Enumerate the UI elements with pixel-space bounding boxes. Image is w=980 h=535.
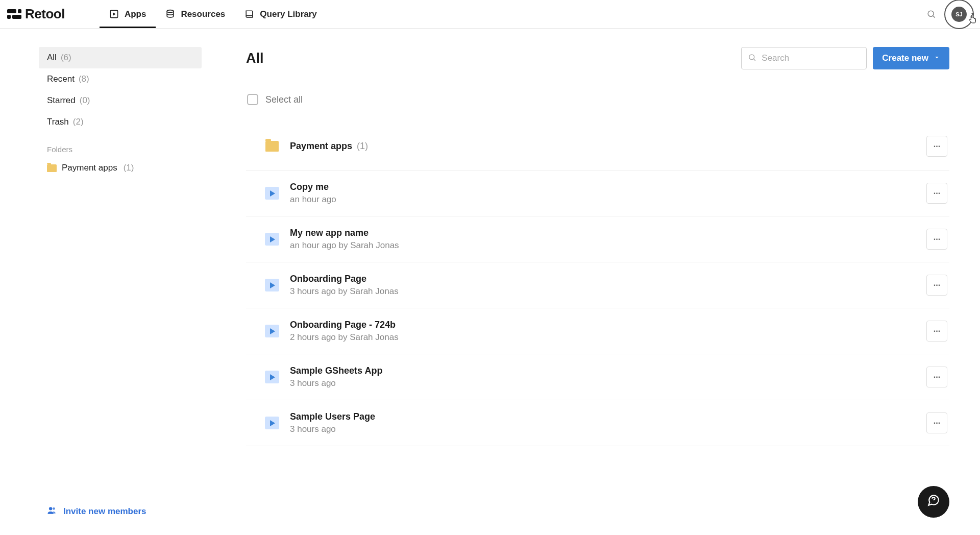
list-item-app[interactable]: My new app name an hour ago by Sarah Jon… (246, 216, 949, 262)
app-icon (265, 325, 279, 337)
svg-point-5 (749, 54, 754, 59)
avatar-initials: SJ (955, 11, 962, 17)
list-item-app[interactable]: Sample GSheets App 3 hours ago ··· (246, 354, 949, 400)
sidebar-folder-payment-apps[interactable]: Payment apps (1) (39, 158, 202, 178)
app-icon (265, 417, 279, 429)
item-name: Payment apps (290, 141, 352, 151)
item-name: Copy me (290, 182, 329, 192)
select-all-checkbox[interactable] (247, 94, 258, 105)
sidebar-filter-count: (0) (80, 95, 90, 106)
item-more-button[interactable]: ··· (926, 367, 947, 387)
users-icon (47, 505, 57, 518)
item-name: Onboarding Page - 724b (290, 320, 396, 330)
item-name: Sample GSheets App (290, 366, 382, 376)
sidebar-filter-starred[interactable]: Starred (0) (39, 90, 202, 111)
sidebar: All (6) Recent (8) Starred (0) Trash (2)… (0, 29, 240, 535)
svg-point-1 (167, 10, 174, 13)
item-more-button[interactable]: ··· (926, 275, 947, 296)
search-icon (748, 53, 756, 64)
sidebar-filter-label: All (47, 53, 57, 63)
sidebar-filter-trash[interactable]: Trash (2) (39, 111, 202, 133)
create-new-button[interactable]: Create new (873, 47, 949, 69)
main-content: All Create new Select all (240, 29, 980, 535)
app-icon (265, 371, 279, 383)
sidebar-filter-label: Trash (47, 117, 69, 127)
sidebar-filter-count: (6) (61, 53, 71, 63)
item-sub: 2 hours ago by Sarah Jonas (290, 332, 399, 343)
avatar: SJ (951, 7, 967, 22)
nav-resources-label: Resources (181, 9, 225, 19)
search-input[interactable] (762, 53, 860, 63)
help-button[interactable] (918, 486, 949, 518)
logo-text: Retool (25, 6, 65, 22)
invite-members-label: Invite new members (63, 506, 146, 517)
list-item-app[interactable]: Onboarding Page - 724b 2 hours ago by Sa… (246, 308, 949, 354)
item-name: My new app name (290, 228, 369, 238)
nav-items: Apps Resources Query Library (100, 0, 327, 28)
help-icon (927, 494, 940, 510)
item-count: (1) (357, 141, 368, 151)
folder-icon (47, 164, 57, 172)
sidebar-filter-label: Starred (47, 95, 76, 106)
nav-apps[interactable]: Apps (100, 0, 156, 28)
folder-icon (265, 141, 279, 152)
nav-resources[interactable]: Resources (156, 0, 235, 28)
sidebar-filter-count: (8) (79, 74, 89, 84)
app-icon (265, 187, 279, 200)
sidebar-filter-label: Recent (47, 74, 75, 84)
invite-members-button[interactable]: Invite new members (39, 500, 202, 523)
item-sub: 3 hours ago (290, 424, 375, 434)
create-new-label: Create new (882, 53, 928, 63)
item-name: Onboarding Page (290, 274, 366, 284)
svg-point-4 (53, 507, 55, 510)
select-all[interactable]: Select all (246, 94, 949, 105)
item-more-button[interactable]: ··· (926, 136, 947, 157)
sidebar-folders-heading: Folders (39, 133, 202, 158)
nav-query-library-label: Query Library (260, 9, 317, 19)
item-sub: 3 hours ago (290, 378, 382, 388)
item-more-button[interactable]: ··· (926, 229, 947, 250)
item-name: Sample Users Page (290, 411, 375, 422)
logo[interactable]: Retool (7, 6, 65, 22)
nav-right: SJ ▾ (926, 0, 974, 29)
chevron-down-icon (934, 53, 940, 63)
page-title: All (246, 51, 264, 66)
svg-point-2 (928, 11, 934, 16)
user-menu[interactable]: SJ ▾ (944, 0, 974, 29)
list-item-app[interactable]: Copy me an hour ago ··· (246, 171, 949, 216)
item-more-button[interactable]: ··· (926, 412, 947, 433)
list-item-app[interactable]: Sample Users Page 3 hours ago ··· (246, 400, 949, 446)
select-all-label: Select all (265, 94, 303, 105)
list-item-app[interactable]: Onboarding Page 3 hours ago by Sarah Jon… (246, 262, 949, 308)
nav-query-library[interactable]: Query Library (235, 0, 327, 28)
item-sub: an hour ago (290, 194, 336, 205)
search-box[interactable] (741, 47, 867, 69)
database-icon (165, 9, 175, 19)
item-list: Payment apps (1) ··· Copy me an hour ago… (246, 123, 949, 446)
nav-apps-label: Apps (125, 9, 146, 19)
cursor-hand-icon (968, 14, 978, 27)
sidebar-filter-all[interactable]: All (6) (39, 47, 202, 68)
svg-point-3 (49, 507, 52, 510)
item-more-button[interactable]: ··· (926, 321, 947, 342)
sidebar-folder-label: Payment apps (62, 163, 117, 173)
global-search-button[interactable] (926, 9, 936, 19)
sidebar-filter-recent[interactable]: Recent (8) (39, 68, 202, 90)
app-icon (265, 279, 279, 291)
logo-mark-icon (7, 9, 21, 19)
apps-icon (109, 9, 119, 19)
sidebar-folder-count: (1) (124, 163, 134, 173)
item-sub: 3 hours ago by Sarah Jonas (290, 286, 399, 297)
top-nav: Retool Apps Resources Query Library (0, 0, 980, 29)
item-sub: an hour ago by Sarah Jonas (290, 240, 399, 251)
app-icon (265, 233, 279, 246)
item-more-button[interactable]: ··· (926, 183, 947, 204)
book-icon (244, 9, 254, 19)
sidebar-filter-count: (2) (73, 117, 84, 127)
list-item-folder[interactable]: Payment apps (1) ··· (246, 123, 949, 171)
